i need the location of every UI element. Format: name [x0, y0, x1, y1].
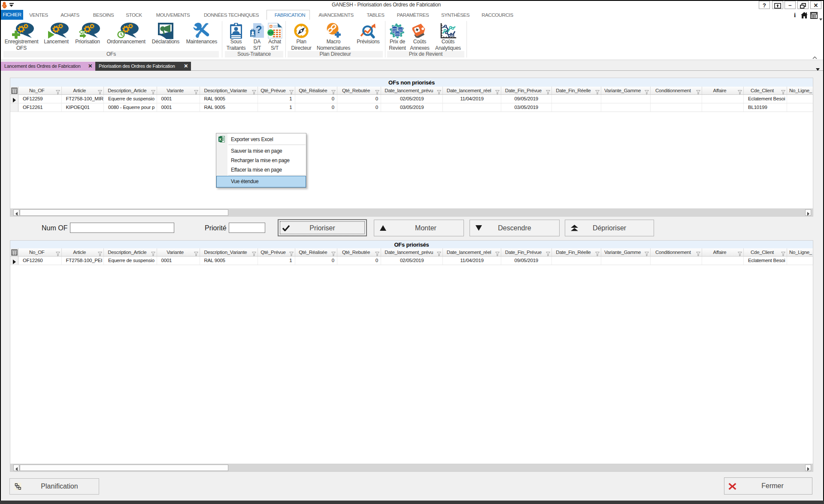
svg-text:X: X [219, 137, 221, 142]
svg-text:ST: ST [268, 30, 273, 35]
